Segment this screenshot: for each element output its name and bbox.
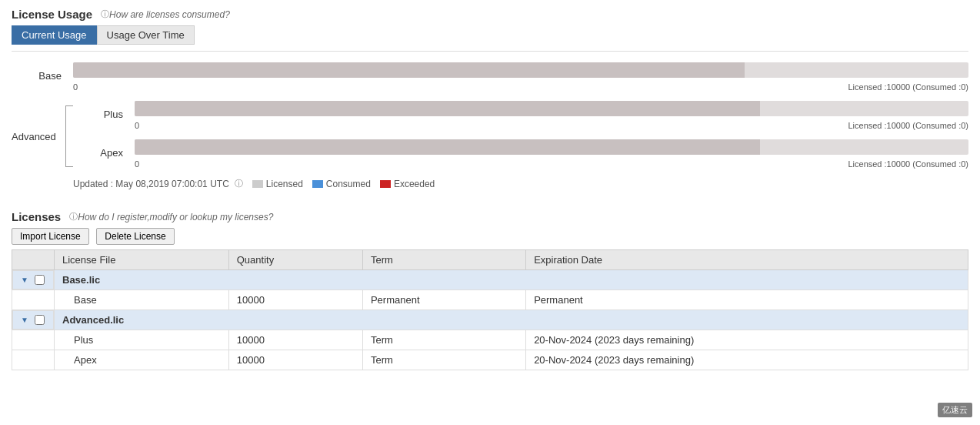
import-license-button[interactable]: Import License bbox=[12, 228, 89, 245]
table-row-base-detail: Base 10000 Permanent Permanent bbox=[12, 290, 968, 310]
chart-row-apex: Apex 0 Licensed :10000 (Consumed :0) bbox=[73, 136, 968, 169]
bar-licensed-apex: Licensed :10000 (Consumed :0) bbox=[848, 159, 968, 169]
license-usage-info-icon[interactable]: ⓘ bbox=[101, 8, 109, 20]
detail-plus-name: Plus bbox=[55, 330, 229, 350]
updated-line: Updated : May 08,2019 07:00:01 UTC ⓘ Lic… bbox=[73, 178, 968, 189]
chart-label-plus: Plus bbox=[73, 109, 135, 120]
detail-base-term: Permanent bbox=[362, 290, 525, 310]
chart-group-advanced: Plus 0 Licensed :10000 (Consumed :0) bbox=[73, 98, 968, 175]
detail-apex-quantity: 10000 bbox=[228, 350, 362, 370]
legend-licensed-box bbox=[252, 180, 263, 188]
table-row-plus-detail: Plus 10000 Term 20-Nov-2024 (2023 days r… bbox=[12, 330, 968, 350]
bar-licensed-base: Licensed :10000 (Consumed :0) bbox=[848, 82, 968, 92]
licenses-info-text: How do I register,modify or lookup my li… bbox=[78, 212, 273, 223]
th-term: Term bbox=[362, 250, 525, 270]
detail-base-name: Base bbox=[55, 290, 229, 310]
th-expiration: Expiration Date bbox=[526, 250, 968, 270]
detail-apex-expiration: 20-Nov-2024 (2023 days remaining) bbox=[526, 350, 968, 370]
table-header-row: License File Quantity Term Expiration Da… bbox=[12, 250, 968, 270]
table-row-group-base: ▼ Base.lic bbox=[12, 270, 968, 290]
chart-label-base: Base bbox=[12, 70, 73, 82]
detail-base-expiration: Permanent bbox=[526, 290, 968, 310]
usage-tabs: Current Usage Usage Over Time bbox=[12, 25, 968, 45]
legend-exceeded: Exceeded bbox=[380, 179, 435, 189]
detail-apex-name: Apex bbox=[55, 350, 229, 370]
watermark: 亿速云 bbox=[938, 403, 972, 417]
bar-zero-apex: 0 bbox=[135, 159, 139, 169]
bar-filled-base bbox=[73, 62, 745, 78]
group-base-expand-cell: ▼ bbox=[12, 270, 54, 289]
th-quantity: Quantity bbox=[228, 250, 362, 270]
legend-consumed-box bbox=[312, 180, 323, 188]
detail-apex-term: Term bbox=[362, 350, 525, 370]
group-advanced-checkbox[interactable] bbox=[35, 315, 45, 325]
licenses-buttons: Import License Delete License bbox=[12, 228, 968, 245]
chart-legend: Licensed Consumed Exceeded bbox=[252, 179, 435, 189]
bar-labels-plus: 0 Licensed :10000 (Consumed :0) bbox=[135, 119, 968, 130]
detail-plus-quantity: 10000 bbox=[228, 330, 362, 350]
legend-licensed-label: Licensed bbox=[266, 179, 303, 189]
licenses-header: Licenses ⓘ How do I register,modify or l… bbox=[12, 210, 968, 223]
group-base-filename: Base.lic bbox=[55, 270, 968, 290]
licenses-section: Licenses ⓘ How do I register,modify or l… bbox=[12, 210, 968, 370]
legend-consumed-label: Consumed bbox=[326, 179, 371, 189]
detail-base-quantity: 10000 bbox=[228, 290, 362, 310]
legend-exceeded-label: Exceeded bbox=[394, 179, 435, 189]
group-advanced-filename: Advanced.lic bbox=[55, 310, 968, 330]
licenses-table: License File Quantity Term Expiration Da… bbox=[12, 249, 968, 370]
detail-apex-empty bbox=[12, 350, 55, 370]
detail-base-empty bbox=[12, 290, 55, 310]
legend-licensed: Licensed bbox=[252, 179, 303, 189]
group-advanced-expand-icon[interactable]: ▼ bbox=[21, 316, 28, 324]
bar-labels-apex: 0 Licensed :10000 (Consumed :0) bbox=[135, 158, 968, 169]
bar-zero-base: 0 bbox=[73, 82, 78, 92]
licenses-title: Licenses bbox=[12, 210, 61, 223]
group-label-advanced: Advanced bbox=[12, 131, 56, 142]
chart-bar-apex: 0 Licensed :10000 (Consumed :0) bbox=[135, 136, 968, 169]
table-row-group-advanced: ▼ Advanced.lic bbox=[12, 310, 968, 330]
table-row-apex-detail: Apex 10000 Term 20-Nov-2024 (2023 days r… bbox=[12, 350, 968, 370]
chart-container: Base 0 Licensed :10000 (Consumed :0) Adv… bbox=[12, 51, 968, 196]
delete-license-button[interactable]: Delete License bbox=[96, 228, 174, 245]
bar-labels-base: 0 Licensed :10000 (Consumed :0) bbox=[73, 81, 968, 92]
chart-label-apex: Apex bbox=[73, 147, 135, 159]
chart-bar-base: 0 Licensed :10000 (Consumed :0) bbox=[73, 59, 968, 92]
detail-plus-empty bbox=[12, 330, 55, 350]
th-expand bbox=[12, 250, 55, 270]
th-license-file: License File bbox=[55, 250, 229, 270]
group-base-checkbox[interactable] bbox=[35, 275, 45, 285]
updated-info-icon[interactable]: ⓘ bbox=[235, 178, 243, 189]
license-usage-title: License Usage bbox=[12, 8, 92, 21]
bar-zero-plus: 0 bbox=[135, 121, 139, 130]
chart-row-plus: Plus 0 Licensed :10000 (Consumed :0) bbox=[73, 98, 968, 130]
tab-usage-over-time[interactable]: Usage Over Time bbox=[97, 25, 195, 45]
licenses-info-icon[interactable]: ⓘ bbox=[69, 211, 78, 223]
license-usage-info-text: How are licenses consumed? bbox=[109, 9, 230, 20]
bar-filled-plus bbox=[135, 101, 760, 116]
detail-plus-term: Term bbox=[362, 330, 525, 350]
legend-exceeded-box bbox=[380, 180, 391, 188]
chart-row-base: Base 0 Licensed :10000 (Consumed :0) bbox=[12, 59, 968, 92]
detail-plus-expiration: 20-Nov-2024 (2023 days remaining) bbox=[526, 330, 968, 350]
group-advanced-expand-cell: ▼ bbox=[12, 310, 54, 330]
updated-text: Updated : May 08,2019 07:00:01 UTC bbox=[73, 179, 229, 189]
tab-current-usage[interactable]: Current Usage bbox=[12, 25, 97, 45]
bar-licensed-plus: Licensed :10000 (Consumed :0) bbox=[848, 121, 968, 130]
chart-bar-plus: 0 Licensed :10000 (Consumed :0) bbox=[135, 98, 968, 130]
legend-consumed: Consumed bbox=[312, 179, 371, 189]
bar-filled-apex bbox=[135, 139, 760, 155]
group-base-expand-icon[interactable]: ▼ bbox=[21, 276, 28, 284]
